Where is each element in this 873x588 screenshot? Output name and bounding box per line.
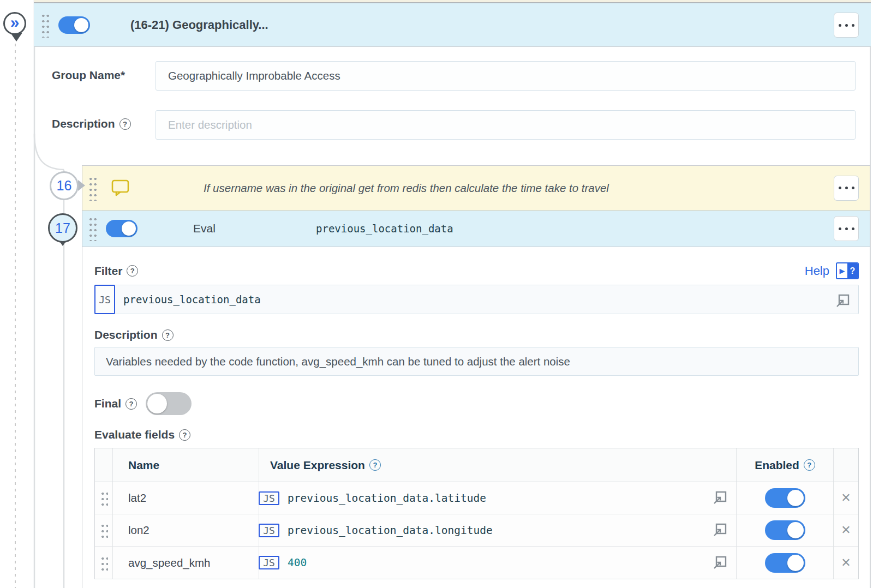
group-description-label: Description ? bbox=[52, 117, 131, 130]
delete-cell: ✕ bbox=[833, 482, 858, 514]
drag-handle-icon[interactable] bbox=[40, 13, 49, 38]
function-editor-body: Filter ? Help ▶ ? JS previous_location_d… bbox=[82, 262, 870, 579]
help-question-icon[interactable]: ? bbox=[127, 265, 138, 277]
field-enabled-toggle[interactable] bbox=[765, 520, 805, 540]
drag-handle-icon[interactable] bbox=[88, 216, 97, 241]
node-16-marker[interactable]: 16 bbox=[50, 171, 79, 200]
description-input[interactable]: Variables needed by the code function, a… bbox=[94, 347, 859, 376]
help-question-icon[interactable]: ? bbox=[369, 459, 381, 471]
function-enabled-toggle[interactable] bbox=[106, 220, 137, 237]
toggle-knob bbox=[787, 490, 804, 506]
final-toggle[interactable] bbox=[146, 392, 192, 415]
group-description-input[interactable] bbox=[156, 110, 856, 140]
group-menu-button[interactable] bbox=[834, 13, 859, 38]
evaluate-fields-table: Name Value Expression ? Enabled ? lat2 J… bbox=[94, 448, 859, 579]
description-value: Variables needed by the code function, a… bbox=[106, 355, 570, 368]
filter-label: Filter ? bbox=[94, 265, 138, 278]
js-language-badge: JS bbox=[94, 285, 115, 314]
comment-text: If username was in the original get from… bbox=[204, 182, 821, 195]
expand-editor-button[interactable] bbox=[835, 292, 852, 310]
js-language-badge: JS bbox=[259, 491, 279, 505]
enabled-cell bbox=[736, 547, 833, 579]
delete-cell: ✕ bbox=[833, 547, 858, 579]
table-header-drag-col bbox=[95, 448, 112, 482]
field-expression-cell[interactable]: JS 400 bbox=[259, 547, 736, 579]
field-name-cell[interactable]: lat2 bbox=[112, 482, 259, 514]
drag-handle-icon bbox=[100, 523, 108, 538]
group-collapse-pin[interactable]: » bbox=[3, 12, 26, 35]
node-16-arrow bbox=[78, 180, 85, 191]
filter-expression-value[interactable]: previous_location_data bbox=[123, 293, 261, 305]
expand-editor-button[interactable] bbox=[713, 489, 729, 507]
toggle-knob bbox=[787, 522, 804, 538]
enabled-cell bbox=[736, 482, 833, 514]
delete-row-icon[interactable]: ✕ bbox=[841, 523, 851, 537]
filter-expression-input[interactable]: JS previous_location_data bbox=[94, 285, 859, 314]
table-row-drag[interactable] bbox=[95, 547, 112, 579]
comment-bubble-icon bbox=[111, 179, 130, 197]
function-block: If username was in the original get from… bbox=[82, 165, 870, 588]
field-name-cell[interactable]: lon2 bbox=[112, 514, 259, 547]
help-link[interactable]: Help bbox=[805, 264, 829, 278]
expand-editor-button[interactable] bbox=[713, 521, 729, 539]
toggle-knob bbox=[787, 555, 804, 571]
delete-cell: ✕ bbox=[833, 514, 858, 547]
field-expression-cell[interactable]: JS previous_location_data.longitude bbox=[259, 514, 736, 547]
help-question-icon[interactable]: ? bbox=[162, 329, 174, 341]
field-enabled-toggle[interactable] bbox=[765, 488, 805, 508]
field-name-cell[interactable]: avg_speed_kmh bbox=[112, 547, 259, 579]
toggle-knob bbox=[122, 221, 136, 236]
delete-row-icon[interactable]: ✕ bbox=[841, 556, 851, 570]
function-row[interactable]: Eval previous_location_data bbox=[82, 211, 870, 247]
final-label: Final ? bbox=[94, 397, 137, 410]
help-question-icon[interactable]: ? bbox=[179, 429, 190, 441]
help-video-icon[interactable]: ▶ ? bbox=[836, 262, 859, 279]
pipeline-editor: » (16-21) Geographically... Group Name* … bbox=[0, 0, 873, 588]
expression-value[interactable]: previous_location_data.longitude bbox=[288, 524, 493, 537]
group-header-row: (16-21) Geographically... bbox=[34, 3, 871, 47]
drag-handle-icon[interactable] bbox=[88, 176, 97, 201]
group-title: (16-21) Geographically... bbox=[130, 18, 268, 32]
toggle-knob bbox=[74, 18, 88, 32]
expression-value[interactable]: 400 bbox=[288, 556, 307, 569]
table-header-name: Name bbox=[112, 448, 259, 482]
js-language-badge: JS bbox=[259, 524, 279, 537]
enabled-cell bbox=[736, 514, 833, 547]
evaluate-fields-label: Evaluate fields ? bbox=[94, 428, 859, 441]
help-question-icon[interactable]: ? bbox=[125, 398, 137, 410]
delete-row-icon[interactable]: ✕ bbox=[841, 491, 851, 505]
table-header-actions bbox=[833, 448, 858, 482]
node-17-marker[interactable]: 17 bbox=[48, 213, 77, 243]
function-menu-button[interactable] bbox=[834, 216, 859, 241]
group-name-label: Group Name* bbox=[52, 69, 125, 82]
table-row-drag[interactable] bbox=[95, 482, 112, 514]
drag-handle-icon bbox=[100, 490, 108, 506]
double-chevron-icon: » bbox=[10, 14, 20, 31]
expand-editor-button[interactable] bbox=[713, 554, 729, 572]
table-header-enabled: Enabled ? bbox=[736, 448, 833, 482]
help-question-icon[interactable]: ? bbox=[119, 118, 131, 130]
help-question-icon[interactable]: ? bbox=[804, 459, 815, 471]
description-label: Description ? bbox=[94, 328, 859, 341]
table-row-drag[interactable] bbox=[95, 514, 112, 547]
comment-menu-button[interactable] bbox=[834, 176, 859, 201]
question-icon: ? bbox=[847, 263, 858, 278]
field-expression-cell[interactable]: JS previous_location_data.latitude bbox=[259, 482, 736, 514]
drag-handle-icon bbox=[100, 555, 108, 571]
group-name-input[interactable] bbox=[156, 61, 856, 91]
expression-value[interactable]: previous_location_data.latitude bbox=[288, 492, 486, 505]
function-summary: previous_location_data bbox=[316, 223, 453, 235]
play-icon: ▶ bbox=[837, 263, 847, 278]
group-enabled-toggle[interactable] bbox=[58, 16, 90, 34]
comment-row[interactable]: If username was in the original get from… bbox=[82, 166, 870, 211]
toggle-knob bbox=[147, 394, 167, 413]
js-language-badge: JS bbox=[259, 556, 279, 569]
table-header-value-expression: Value Expression ? bbox=[259, 448, 736, 482]
field-enabled-toggle[interactable] bbox=[765, 553, 805, 573]
function-name: Eval bbox=[193, 222, 216, 235]
